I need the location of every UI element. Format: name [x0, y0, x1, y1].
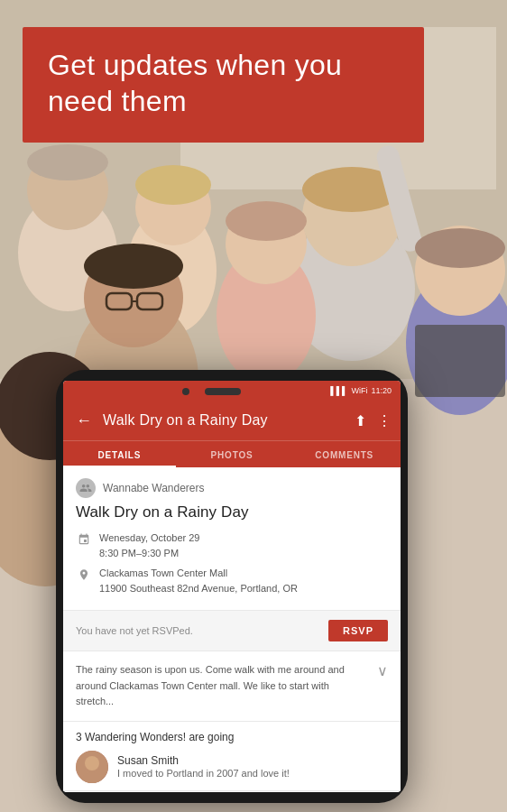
phone-screen: ▌▌▌ WiFi 11:20 ← Walk Dry on a Rainy Day…	[63, 381, 401, 792]
avatar	[76, 751, 108, 783]
toolbar-title: Walk Dry on a Rainy Day	[103, 412, 347, 429]
hero-title: Get updates when you need them	[48, 47, 399, 119]
calendar-icon	[76, 531, 92, 548]
content-area[interactable]: Wannabe Wanderers Walk Dry on a Rainy Da…	[63, 467, 401, 792]
attendees-section: 3 Wandering Wonders! are going Susan Smi…	[63, 722, 401, 791]
description-text: The rainy season is upon us. Come walk w…	[76, 662, 370, 710]
attendee-description: I moved to Portland in 2007 and love it!	[117, 768, 290, 779]
attendee-row: Susan Smith I moved to Portland in 2007 …	[76, 751, 388, 783]
tab-bar: DETAILS PHOTOS COMMENTS	[63, 440, 401, 467]
attendees-heading: 3 Wandering Wonders! are going	[76, 731, 388, 743]
hero-header: Get updates when you need them	[23, 27, 424, 143]
toolbar-actions: ⬆ ⋮	[355, 412, 392, 429]
share-icon[interactable]: ⬆	[355, 412, 366, 429]
description-section: The rainy season is upon us. Come walk w…	[63, 651, 401, 722]
location-icon	[76, 567, 92, 583]
more-icon[interactable]: ⋮	[377, 412, 392, 429]
event-date-text: Wenesday, October 29 8:30 PM–9:30 PM	[99, 531, 200, 560]
phone-camera	[182, 388, 189, 395]
event-location-row: Clackamas Town Center Mall 11900 Southea…	[76, 566, 388, 595]
signal-icon: ▌▌▌	[330, 386, 347, 395]
svg-point-30	[85, 756, 99, 770]
phone-mockup: ▌▌▌ WiFi 11:20 ← Walk Dry on a Rainy Day…	[56, 370, 408, 803]
event-date-row: Wenesday, October 29 8:30 PM–9:30 PM	[76, 531, 388, 560]
tab-details[interactable]: DETAILS	[63, 441, 176, 467]
attendee-info: Susan Smith I moved to Portland in 2007 …	[117, 754, 290, 779]
attendee-name: Susan Smith	[117, 754, 290, 767]
event-location-text: Clackamas Town Center Mall 11900 Southea…	[99, 566, 298, 595]
rsvp-bar: You have not yet RSVPed. RSVP	[63, 611, 401, 651]
app-toolbar: ← Walk Dry on a Rainy Day ⬆ ⋮	[63, 401, 401, 440]
group-row: Wannabe Wanderers	[76, 478, 388, 498]
rsvp-button[interactable]: RSVP	[328, 620, 388, 641]
wifi-icon: WiFi	[351, 386, 367, 395]
group-name: Wannabe Wanderers	[103, 482, 205, 494]
tab-comments[interactable]: COMMENTS	[288, 441, 401, 467]
expand-icon[interactable]: ∨	[370, 662, 388, 679]
group-icon	[76, 478, 96, 498]
back-button[interactable]: ←	[72, 408, 96, 434]
rsvp-status-text: You have not yet RSVPed.	[76, 625, 193, 636]
time-display: 11:20	[371, 386, 392, 395]
phone-speaker	[205, 388, 241, 395]
group-info-section: Wannabe Wanderers Walk Dry on a Rainy Da…	[63, 467, 401, 611]
event-title: Walk Dry on a Rainy Day	[76, 503, 388, 521]
tab-photos[interactable]: PHOTOS	[176, 441, 289, 467]
